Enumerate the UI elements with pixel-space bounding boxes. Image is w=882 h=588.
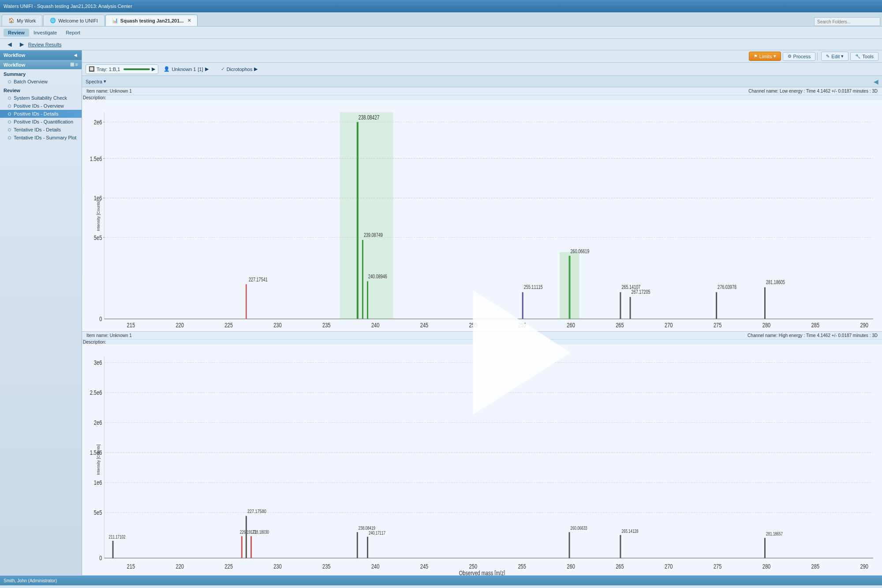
svg-text:240: 240 — [371, 322, 379, 329]
svg-text:267.17205: 267.17205 — [632, 289, 650, 295]
panel-collapse-button[interactable]: ◀ — [874, 78, 878, 85]
svg-rect-52 — [764, 287, 766, 319]
svg-text:3e6: 3e6 — [94, 359, 102, 366]
compound-check-icon: ✓ — [221, 66, 225, 72]
svg-text:245: 245 — [420, 562, 428, 570]
sample-selector[interactable]: 👤 Unknown 1 [1] ▶ — [164, 66, 208, 72]
sidebar: Workflow ◄ Workflow ⊞ ≡ Summary Batch Ov… — [0, 50, 82, 576]
svg-rect-39 — [367, 281, 368, 319]
svg-rect-103 — [764, 538, 766, 558]
svg-rect-93 — [250, 536, 252, 558]
title-bar: Waters UNIFI - Squash testing Jan21,2013… — [0, 0, 882, 12]
svg-text:235: 235 — [322, 562, 330, 570]
svg-text:285: 285 — [811, 562, 819, 570]
svg-text:260.06633: 260.06633 — [571, 526, 587, 531]
sidebar-item-batch-overview[interactable]: Batch Overview — [0, 78, 82, 86]
chart-1-info: Item name: Unknown 1 Channel name: Low e… — [82, 87, 882, 95]
compound-arrow-icon: ▶ — [254, 66, 258, 72]
svg-text:215: 215 — [127, 322, 135, 329]
svg-text:2e6: 2e6 — [94, 118, 102, 126]
svg-rect-54 — [82, 345, 882, 576]
menu-report[interactable]: Report — [61, 29, 85, 37]
sidebar-collapse-button[interactable]: ◄ — [73, 52, 78, 58]
sidebar-dot-pos-overview — [8, 105, 11, 108]
sidebar-workflow-label: Workflow — [4, 62, 25, 67]
svg-rect-41 — [522, 292, 523, 319]
search-input[interactable] — [814, 17, 880, 26]
nav-forward-button[interactable]: ► — [16, 40, 28, 49]
nav-review-results-link[interactable]: Review Results — [28, 42, 62, 47]
app-title: Waters UNIFI - Squash testing Jan21,2013… — [4, 4, 132, 9]
svg-text:270: 270 — [665, 322, 673, 329]
sidebar-header: Workflow ◄ — [0, 50, 82, 60]
menu-bar: Review Investigate Report — [0, 26, 882, 39]
chart-1-body[interactable]: Intensity [Counts] 2e6 1.5e6 — [82, 100, 882, 331]
svg-rect-50 — [716, 292, 717, 319]
svg-rect-44 — [560, 252, 579, 319]
svg-text:225: 225 — [224, 322, 232, 329]
sidebar-item-positive-ids-details[interactable]: Positive IDs - Details — [0, 110, 82, 118]
tools-icon: 🔧 — [855, 54, 860, 59]
limits-dropdown-icon: ▾ — [774, 53, 776, 59]
svg-text:270: 270 — [665, 562, 673, 570]
tab-squash[interactable]: 📊 Squash testing Jan21,201... ✕ — [105, 15, 198, 26]
sidebar-item-tentative-ids-details[interactable]: Tentative IDs - Details — [0, 126, 82, 134]
tab-welcome[interactable]: 🌐 Welcome to UNIFI — [43, 15, 105, 26]
tray-selector[interactable]: 🔲 Tray: 1:B,1 ▶ — [86, 64, 158, 74]
sidebar-workflow-header: Workflow ⊞ ≡ — [0, 60, 82, 69]
nav-back-button[interactable]: ◄ — [4, 40, 16, 49]
sidebar-title: Workflow — [4, 52, 25, 58]
svg-text:255: 255 — [518, 562, 526, 570]
nav-bar: ◄ ► Review Results — [0, 39, 882, 50]
svg-text:5e5: 5e5 — [94, 234, 102, 241]
main-layout: Workflow ◄ Workflow ⊞ ≡ Summary Batch Ov… — [0, 50, 882, 576]
svg-rect-48 — [630, 297, 631, 319]
tab-my-work[interactable]: 🏠 My Work — [2, 15, 42, 26]
svg-text:230: 230 — [273, 322, 281, 329]
svg-text:285: 285 — [811, 322, 819, 329]
menu-review[interactable]: Review — [4, 29, 29, 37]
chart-2-svg: 3e6 2.5e6 2e6 1.5e6 1e6 5e5 — [82, 345, 882, 576]
sidebar-item-positive-ids-overview[interactable]: Positive IDs - Overview — [0, 102, 82, 110]
sidebar-dot-tent-summary — [8, 136, 11, 139]
svg-text:230: 230 — [273, 562, 281, 570]
svg-text:275: 275 — [714, 322, 721, 329]
spectra-dropdown[interactable]: Spectra ▾ — [86, 79, 106, 84]
edit-icon: ✎ — [826, 54, 830, 59]
svg-text:240: 240 — [371, 562, 379, 570]
spectra-panel: Spectra ▾ ◀ Item name: Unknown 1 Channel… — [82, 76, 882, 576]
chart-2-info: Item name: Unknown 1 Channel name: High … — [82, 332, 882, 340]
chart-1-svg: 2e6 1.5e6 1e6 5e5 0 — [82, 100, 882, 331]
tab-bar: 🏠 My Work 🌐 Welcome to UNIFI 📊 Squash te… — [0, 12, 882, 26]
chart-container: Item name: Unknown 1 Channel name: Low e… — [82, 87, 882, 576]
svg-text:5e5: 5e5 — [94, 509, 102, 516]
svg-rect-37 — [362, 240, 363, 319]
sidebar-dot-tent-details — [8, 128, 11, 131]
menu-investigate[interactable]: Investigate — [29, 29, 61, 37]
svg-text:220: 220 — [176, 322, 183, 329]
sidebar-dot-sys — [8, 97, 11, 100]
edit-button[interactable]: ✎ Edit ▾ — [821, 52, 848, 61]
sidebar-item-tentative-ids-summary[interactable]: Tentative IDs - Summary Plot — [0, 134, 82, 142]
svg-text:265.14128: 265.14128 — [621, 528, 638, 533]
tray-label: Tray: 1:B,1 — [97, 67, 120, 72]
process-button[interactable]: ⚙ Process — [783, 52, 816, 61]
svg-text:238.08427: 238.08427 — [359, 114, 380, 121]
svg-rect-0 — [82, 100, 882, 331]
sidebar-workflow-icons: ⊞ ≡ — [70, 62, 78, 67]
tools-button[interactable]: 🔧 Tools — [850, 52, 878, 61]
svg-text:240.08946: 240.08946 — [368, 273, 387, 279]
limits-button[interactable]: ⚑ Limits ▾ — [749, 52, 781, 61]
svg-text:227.17580: 227.17580 — [247, 508, 266, 513]
svg-text:265: 265 — [616, 562, 624, 570]
svg-text:239.08749: 239.08749 — [364, 232, 383, 238]
svg-text:290: 290 — [860, 322, 868, 329]
chart-2-body[interactable]: Intensity [Counts] 3e6 2.5e6 — [82, 345, 882, 576]
tab-close-button[interactable]: ✕ — [187, 18, 191, 23]
sidebar-item-system-suitability[interactable]: System Suitability Check — [0, 94, 82, 102]
sidebar-item-positive-ids-quant[interactable]: Positive IDs - Quantification — [0, 118, 82, 126]
svg-text:228.18030: 228.18030 — [252, 530, 269, 535]
compound-selector[interactable]: ✓ Dicrotophos ▶ — [221, 66, 258, 72]
main-content-wrapper: ⚑ Limits ▾ ⚙ Process ✎ Edit ▾ 🔧 Tools 🔲 — [82, 50, 882, 576]
sidebar-wrapper: Workflow ◄ Workflow ⊞ ≡ Summary Batch Ov… — [0, 50, 82, 576]
